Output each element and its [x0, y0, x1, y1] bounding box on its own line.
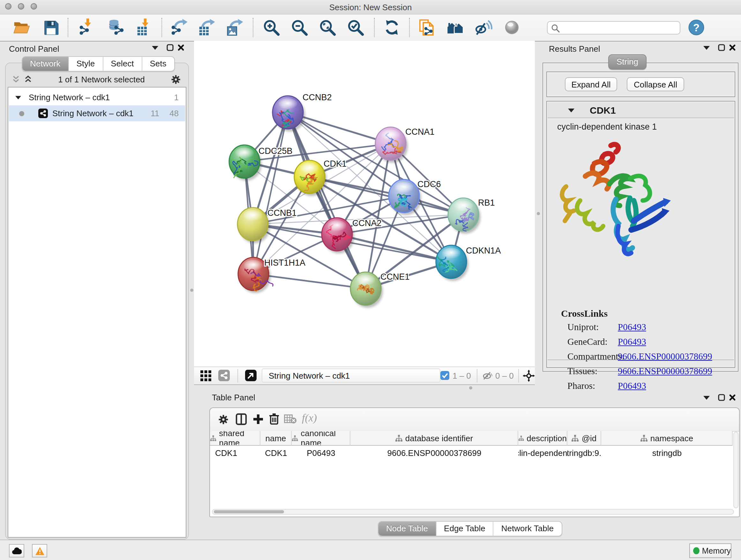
crosslink-value-link[interactable]: P06493: [618, 336, 646, 348]
results-float-menu-icon[interactable]: [702, 43, 711, 52]
collapse-row-icon[interactable]: [15, 95, 21, 100]
network-node-CDKN1A[interactable]: CDKN1A: [436, 245, 501, 281]
toggle-graphics-details-button[interactable]: [474, 18, 493, 37]
entry-collapse-icon[interactable]: [568, 108, 575, 112]
table-float-menu-icon[interactable]: [702, 393, 711, 401]
results-close-icon[interactable]: [728, 43, 737, 52]
tab-select[interactable]: Select: [103, 57, 142, 71]
expand-all-button[interactable]: Expand All: [565, 77, 617, 91]
column-header-name[interactable]: name: [260, 431, 292, 446]
column-header-canonicalname[interactable]: canonical name: [292, 431, 350, 446]
import-database-button[interactable]: [107, 18, 126, 37]
crosslink-value-link[interactable]: P06493: [618, 381, 646, 391]
right-splitter-handle[interactable]: [537, 212, 540, 215]
node-label: CCNB2: [302, 92, 332, 102]
table-cell[interactable]: stringdb:9...: [567, 446, 601, 460]
left-splitter-handle[interactable]: [190, 289, 193, 292]
table-close-icon[interactable]: [728, 393, 737, 401]
node-label: CDC6: [417, 179, 441, 189]
grid-view-icon[interactable]: [200, 370, 211, 383]
table-cell[interactable]: P06493: [292, 446, 350, 460]
export-image-button[interactable]: [225, 18, 245, 37]
tab-node-table[interactable]: Node Table: [379, 522, 436, 536]
cdk1-entry-box: CDK1 cyclin-dependent kinase 1 CrossLink…: [546, 101, 735, 368]
zoom-out-button[interactable]: [290, 18, 309, 37]
share-network-file-button[interactable]: [417, 18, 436, 37]
vertical-scrollbar[interactable]: [733, 432, 738, 508]
split-columns-icon[interactable]: [235, 413, 247, 427]
results-float-icon[interactable]: [717, 43, 726, 52]
collapse-all-icon[interactable]: [11, 75, 20, 84]
selected-checkbox[interactable]: [441, 371, 449, 382]
zoom-in-button[interactable]: [262, 18, 281, 37]
export-network-button[interactable]: [170, 18, 189, 37]
float-panel-menu-icon[interactable]: [151, 43, 159, 52]
open-session-button[interactable]: [12, 18, 31, 37]
table-cell[interactable]: cyclin-dependent ...: [518, 446, 567, 460]
horizontal-scrollbar[interactable]: [212, 509, 734, 515]
column-header-id[interactable]: @id: [567, 431, 601, 446]
import-network-button[interactable]: [78, 18, 97, 37]
table-cell[interactable]: CDK1: [210, 446, 260, 460]
level-of-detail-button[interactable]: [502, 18, 522, 37]
network-row-selected[interactable]: String Network – cdk1 11 48: [9, 105, 185, 121]
table-cell[interactable]: CDK1: [260, 446, 292, 460]
float-panel-icon[interactable]: [165, 43, 174, 52]
tab-sets[interactable]: Sets: [142, 57, 174, 71]
help-button[interactable]: ?: [687, 18, 706, 37]
table-gear-icon[interactable]: [218, 414, 229, 427]
column-header-namespace[interactable]: namespace: [601, 431, 733, 446]
node-table[interactable]: shared nameCDK1nameCDK1canonical nameP06…: [210, 431, 733, 508]
svg-text:?: ?: [693, 22, 699, 34]
crosslink-value-link[interactable]: 9606.ENSP00000378699: [618, 351, 712, 362]
warnings-button[interactable]: [32, 544, 47, 557]
column-header-databaseidentifier[interactable]: database identifier: [350, 431, 518, 446]
table-cell[interactable]: stringdb: [601, 446, 733, 460]
expand-all-icon[interactable]: [23, 75, 32, 84]
close-panel-icon[interactable]: [176, 43, 185, 52]
network-node-HIST1H1A[interactable]: HIST1H1A: [238, 257, 306, 293]
search-input[interactable]: [563, 22, 679, 35]
search-field[interactable]: [547, 21, 680, 35]
zoom-fit-button[interactable]: [318, 18, 337, 37]
cloud-button[interactable]: [9, 544, 24, 557]
network-canvas[interactable]: CCNB2 CCNA1 CDC25B CDK1 CDC6 RB1 CCNB1 C…: [194, 41, 535, 367]
network-list-toolbar: 1 of 1 Network selected: [8, 71, 186, 87]
tab-edge-table[interactable]: Edge Table: [436, 522, 494, 536]
save-session-button[interactable]: [42, 18, 61, 37]
column-header-description[interactable]: description: [518, 431, 567, 446]
fit-selected-crosshair-icon[interactable]: [523, 370, 535, 384]
application-window: Session: New Session ? Control Panel Net…: [0, 0, 741, 560]
tab-network[interactable]: Network: [22, 57, 69, 71]
tab-style[interactable]: Style: [69, 57, 103, 71]
column-header-sharedname[interactable]: shared name: [210, 431, 260, 446]
memory-button[interactable]: Memory: [689, 543, 731, 558]
export-table-button[interactable]: [197, 18, 216, 37]
crosslink-value-link[interactable]: P06493: [618, 322, 646, 333]
network-overview-button[interactable]: [446, 18, 465, 37]
zoom-selected-button[interactable]: [346, 18, 365, 37]
collapse-all-button[interactable]: Collapse All: [627, 77, 684, 91]
table-cell[interactable]: 9606.ENSP00000378699: [350, 446, 518, 460]
tab-string[interactable]: String: [608, 54, 647, 70]
network-node-CDK1[interactable]: CDK1: [294, 159, 347, 196]
network-edge[interactable]: [253, 112, 288, 274]
network-node-RB1[interactable]: RB1: [448, 198, 495, 234]
delete-column-icon[interactable]: [269, 413, 280, 427]
search-icon: [551, 23, 560, 33]
import-table-button[interactable]: [135, 18, 154, 37]
network-collection-row[interactable]: String Network – cdk1 1: [9, 89, 185, 105]
gear-icon[interactable]: [171, 74, 181, 84]
network-share-view-icon[interactable]: [218, 370, 230, 383]
tab-network-table[interactable]: Network Table: [494, 522, 561, 536]
bottom-splitter-handle[interactable]: [469, 386, 472, 389]
table-float-icon[interactable]: [717, 393, 726, 401]
current-network-label: String Network – cdk1: [269, 371, 350, 381]
network-edge-count: 48: [170, 109, 179, 118]
birds-eye-view-button[interactable]: [245, 370, 257, 383]
hidden-eye-icon[interactable]: [482, 371, 493, 382]
network-node-CDC25B[interactable]: CDC25B: [229, 145, 293, 181]
add-column-icon[interactable]: [252, 413, 264, 427]
crosslink-value-link[interactable]: 9606.ENSP00000378699: [618, 366, 712, 377]
refresh-layout-button[interactable]: [382, 18, 401, 37]
